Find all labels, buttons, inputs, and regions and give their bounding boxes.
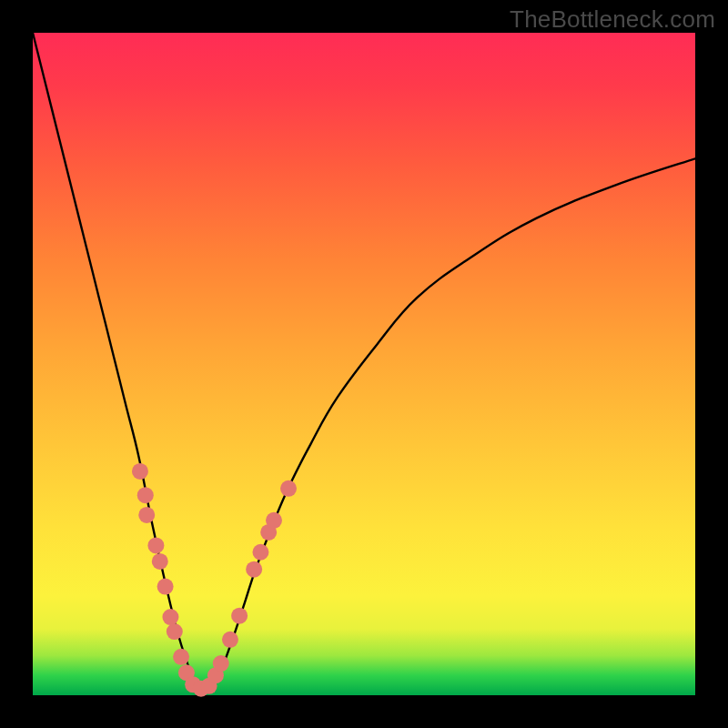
- curve-marker: [231, 608, 248, 624]
- bottleneck-curve: [33, 33, 695, 691]
- curve-marker: [213, 655, 229, 672]
- curve-marker: [152, 553, 168, 570]
- curve-marker: [222, 632, 238, 648]
- curve-marker: [252, 544, 268, 561]
- curve-marker: [266, 512, 282, 529]
- curve-marker: [137, 487, 154, 503]
- chart-frame: TheBottleneck.com: [0, 0, 728, 728]
- curve-marker: [246, 561, 262, 578]
- curve-marker: [157, 579, 174, 595]
- watermark-text: TheBottleneck.com: [510, 5, 715, 34]
- curve-marker: [162, 609, 178, 625]
- curve-marker: [167, 623, 183, 640]
- curve-layer: [33, 33, 695, 695]
- curve-marker: [138, 507, 155, 523]
- curve-marker: [280, 480, 297, 497]
- plot-area: [33, 33, 695, 695]
- curve-marker: [173, 649, 189, 665]
- curve-markers: [132, 463, 297, 697]
- curve-marker: [147, 537, 164, 553]
- curve-marker: [132, 463, 148, 480]
